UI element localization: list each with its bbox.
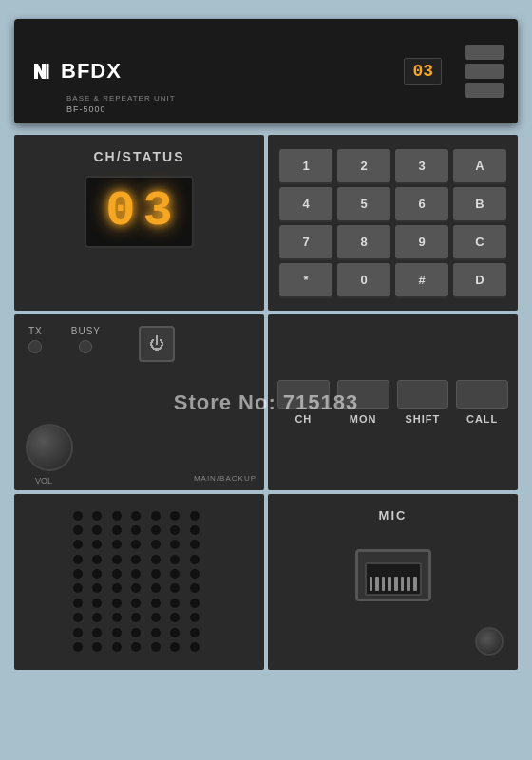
- grille-hole-9: [112, 525, 122, 535]
- speaker-grille: [73, 511, 206, 654]
- grille-hole-52: [131, 613, 141, 622]
- vol-knob[interactable]: [26, 424, 73, 471]
- grille-hole-20: [190, 540, 200, 549]
- grille-hole-18: [151, 540, 161, 549]
- rj45-pin-4: [388, 577, 391, 591]
- grille-hole-10: [131, 525, 141, 535]
- shift-btn-group: SHIFT: [397, 380, 449, 425]
- key-D[interactable]: D: [453, 263, 506, 296]
- key-9[interactable]: 9: [395, 225, 448, 258]
- grille-hole-38: [131, 583, 141, 593]
- unit-subtitle: BASE & REPEATER UNIT: [66, 94, 176, 103]
- unit-ctrl-btn-2[interactable]: [466, 64, 504, 79]
- power-button[interactable]: ⏻: [139, 326, 175, 362]
- panels-grid: CH/STATUS 0 3 123A456B789C*0#D TX BUSY: [14, 135, 518, 670]
- key-6[interactable]: 6: [395, 187, 448, 220]
- key-0[interactable]: 0: [337, 263, 390, 296]
- ch-btn-group: CH: [277, 380, 330, 425]
- func-btn-row: CH MON SHIFT CALL: [277, 380, 508, 425]
- grille-hole-22: [92, 555, 102, 564]
- grille-hole-57: [92, 628, 102, 637]
- call-btn-group: CALL: [456, 380, 508, 425]
- rj45-pin-6: [401, 577, 405, 591]
- grille-hole-4: [151, 511, 161, 521]
- key-5[interactable]: 5: [337, 187, 390, 220]
- grille-hole-28: [73, 569, 83, 579]
- grille-hole-3: [131, 511, 141, 521]
- grille-hole-17: [131, 540, 141, 549]
- key-2[interactable]: 2: [337, 149, 390, 182]
- grille-hole-21: [73, 555, 83, 564]
- power-icon: ⏻: [149, 335, 164, 352]
- unit-controls: [466, 45, 504, 98]
- logo-icon: [28, 58, 55, 85]
- grille-hole-6: [190, 511, 200, 521]
- top-unit: BFDX BASE & REPEATER UNIT BF-5000 03: [14, 19, 518, 124]
- grille-hole-36: [92, 583, 102, 593]
- grille-hole-8: [92, 525, 102, 535]
- grille-hole-14: [73, 540, 83, 549]
- key-C[interactable]: C: [453, 225, 506, 258]
- grille-hole-7: [73, 525, 83, 535]
- shift-btn-label: SHIFT: [405, 413, 440, 425]
- grille-hole-45: [131, 598, 141, 608]
- seven-seg-display: 0 3: [85, 176, 193, 248]
- grille-hole-63: [73, 642, 83, 652]
- mon-btn-label: MON: [350, 413, 377, 425]
- panel-keypad: 123A456B789C*0#D: [268, 135, 518, 311]
- grille-hole-25: [151, 555, 161, 564]
- key-1[interactable]: 1: [279, 149, 332, 182]
- grille-hole-62: [190, 628, 200, 637]
- rj45-pin-8: [413, 577, 417, 591]
- mon-button[interactable]: [337, 380, 390, 408]
- unit-ctrl-btn-1[interactable]: [466, 45, 504, 60]
- ch-status-label: CH/STATUS: [93, 149, 184, 164]
- unit-ctrl-btn-3[interactable]: [466, 83, 504, 98]
- grille-hole-27: [190, 555, 200, 564]
- grille-hole-51: [112, 613, 122, 622]
- grille-hole-56: [73, 628, 83, 637]
- grille-hole-30: [112, 569, 122, 579]
- grille-hole-65: [112, 642, 122, 652]
- key-3[interactable]: 3: [395, 149, 448, 182]
- key-7[interactable]: 7: [279, 225, 332, 258]
- busy-label: BUSY: [71, 326, 101, 336]
- key-#[interactable]: #: [395, 263, 448, 296]
- grille-hole-12: [170, 525, 180, 535]
- grille-hole-68: [170, 642, 180, 652]
- grille-hole-40: [170, 583, 180, 593]
- ch-button[interactable]: [277, 380, 330, 408]
- grille-hole-1: [92, 511, 102, 521]
- tx-indicator-group: TX: [28, 326, 43, 353]
- vol-label: VOL: [35, 476, 52, 485]
- main-backup-label: MAIN/BACKUP: [194, 474, 256, 483]
- mic-knob[interactable]: [475, 627, 504, 656]
- ch-btn-label: CH: [294, 413, 312, 425]
- key-B[interactable]: B: [453, 187, 506, 220]
- key-*[interactable]: *: [279, 263, 332, 296]
- grille-hole-59: [131, 628, 141, 637]
- rj45-port: [355, 549, 431, 601]
- key-4[interactable]: 4: [279, 187, 332, 220]
- grille-hole-67: [151, 642, 161, 652]
- grille-hole-44: [112, 598, 122, 608]
- unit-display-num: 03: [412, 62, 433, 81]
- power-btn-group: ⏻: [139, 326, 175, 362]
- panel-tx-busy: TX BUSY ⏻ VOL MAIN/BACKUP: [14, 314, 264, 490]
- grille-hole-50: [92, 613, 102, 622]
- shift-button[interactable]: [397, 380, 449, 408]
- busy-led: [79, 340, 92, 353]
- mic-label: MIC: [379, 508, 408, 522]
- grille-hole-24: [131, 555, 141, 564]
- key-A[interactable]: A: [453, 149, 506, 182]
- grille-hole-26: [170, 555, 180, 564]
- grille-hole-2: [112, 511, 122, 521]
- panels-wrapper: CH/STATUS 0 3 123A456B789C*0#D TX BUSY: [14, 135, 518, 670]
- busy-indicator-group: BUSY: [71, 326, 101, 353]
- unit-display-area: 03: [404, 58, 442, 85]
- key-8[interactable]: 8: [337, 225, 390, 258]
- grille-hole-29: [92, 569, 102, 579]
- grille-hole-54: [170, 613, 180, 622]
- unit-logo: BFDX: [28, 58, 122, 85]
- call-button[interactable]: [456, 380, 508, 408]
